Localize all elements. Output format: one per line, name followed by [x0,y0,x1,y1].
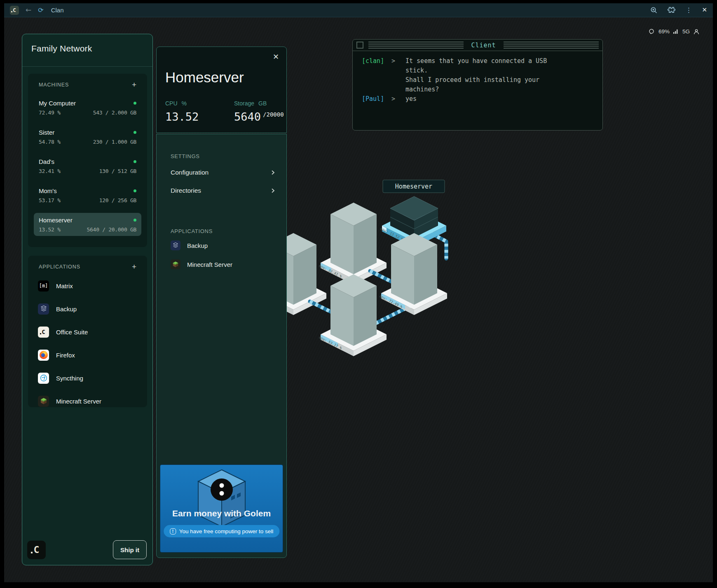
titlebar-box-icon[interactable] [356,42,363,49]
terminal-titlebar[interactable]: Client [353,40,602,51]
signal-bars-icon [673,29,679,34]
terminal-title: Client [469,42,498,49]
machine-item-homeserver[interactable]: Homeserver 13.52 % 5640 / 20.000 GB [34,213,141,236]
titlebar-stripes [368,42,464,49]
clan-logo: C [27,541,46,559]
terminal-output: [clan] > It seems that you have connecte… [353,51,602,104]
detail-title: Homeserver [165,69,244,86]
golem-ad-button[interactable]: ! You have free computing power to sell [164,525,279,537]
app-label: Minecraft Server [56,398,101,405]
terminal-text: yes [405,94,599,104]
page-title: Clan [51,7,64,14]
sidebar-title: Family Network [31,44,92,54]
app-item-syncthing[interactable]: Syncthing [34,370,141,386]
machine-storage: 543 / 2.000 GB [93,110,136,116]
machine-name: Mom's [39,187,57,194]
node-tooltip-label: Homeserver [395,183,432,190]
close-window-icon[interactable]: ✕ [702,7,707,13]
detail-app-label: Backup [187,242,208,249]
storage-value: 5640 [234,110,261,123]
ship-it-button[interactable]: Ship it [113,540,147,559]
machine-cpu: 13.52 % [39,226,61,233]
storage-label: Storage [234,100,254,107]
golem-ad-button-label: You have free computing power to sell [179,528,273,534]
app-label: Syncthing [56,375,83,382]
firefox-icon [38,350,49,361]
machine-storage: 5640 / 20.000 GB [87,226,136,233]
terminal-text: Shall I proceed with installing your [405,75,599,85]
machines-header: MACHINES [39,82,69,88]
clan-favicon: C [10,6,19,15]
cpu-unit: % [182,100,187,107]
online-status-dot [134,160,136,163]
back-icon[interactable]: ← [26,7,31,14]
online-status-dot [134,219,136,222]
divider [22,66,152,67]
golem-ad-banner[interactable]: Earn money with Golem ! You have free co… [160,464,283,553]
machine-cpu: 54.78 % [39,139,61,145]
detail-app-minecraft[interactable]: Minecraft Server [171,259,232,270]
add-machine-button[interactable]: + [132,82,136,88]
client-terminal-window: Client [clan] > It seems that you have c… [352,39,603,131]
detail-app-backup[interactable]: Backup [171,240,208,251]
machine-item-sister[interactable]: Sister 54.78 % 230 / 1.000 GB [34,125,141,148]
app-label: Firefox [56,352,75,359]
terminal-line: [clan] > It seems that you have connecte… [362,56,599,66]
machine-item-my-computer[interactable]: My Computer 72.49 % 543 / 2.000 GB [34,96,141,119]
configuration-label: Configuration [171,169,209,176]
machine-storage: 120 / 256 GB [99,197,136,203]
machine-storage: 230 / 1.000 GB [93,139,136,145]
online-status-dot [134,189,136,192]
backup-icon [38,303,49,315]
reload-icon[interactable]: ⟳ [38,7,43,14]
machine-item-dads[interactable]: Dad's 32.41 % 130 / 512 GB [34,154,141,177]
golem-ad-title: Earn money with Golem [160,509,283,518]
extensions-puzzle-icon[interactable] [668,6,675,14]
clan-logo-icon: C [13,7,16,13]
machine-cpu: 53.17 % [39,197,61,203]
directories-label: Directories [171,187,201,194]
machine-name: Sister [39,129,54,136]
online-status-dot [134,131,136,134]
desktop-window: C ← ⟳ Clan ⋮ ✕ [0,0,717,588]
terminal-line: [Paul] > yes [362,94,599,104]
machine-storage: 130 / 512 GB [99,168,136,174]
info-icon: ! [170,528,176,534]
storage-unit: GB [258,100,267,107]
machine-cpu: 32.41 % [39,168,61,174]
close-panel-icon[interactable]: ✕ [273,53,279,61]
terminal-line: machines? [362,85,599,94]
server-node-4[interactable]: cpu: 53.17 % [318,274,387,356]
app-item-minecraft-server[interactable]: Minecraft Server [34,393,141,409]
cpu-metric: CPU % 13.52 [165,100,199,123]
machine-cpu: 72.49 % [39,110,61,116]
network-label: 5G [682,28,690,35]
app-item-firefox[interactable]: Firefox [34,347,141,363]
speaker-paul: [Paul] [362,94,391,104]
clan-app: C ← ⟳ Clan ⋮ ✕ [4,3,713,582]
app-item-matrix[interactable]: [m] Matrix [34,278,141,294]
golem-server-illustration [191,467,253,528]
user-icon [694,29,699,35]
storage-total: /20000 [263,111,284,118]
machine-item-moms[interactable]: Mom's 53.17 % 120 / 256 GB [34,184,141,207]
server-node-3[interactable]: cpu: 72.49 % [379,233,447,315]
minecraft-icon [38,396,49,407]
chevron-right-icon [270,170,276,175]
terminal-text: stick. [405,66,599,75]
machine-detail-header: ✕ Homeserver CPU % 13.52 Storage GB 5640… [156,47,287,133]
configuration-row[interactable]: Configuration [171,168,276,177]
zoom-level-value: 69% [658,28,670,35]
directories-row[interactable]: Directories [171,186,276,195]
syncthing-icon [38,373,49,384]
zoom-in-icon[interactable] [650,7,658,14]
add-application-button[interactable]: + [132,264,136,270]
menu-kebab-icon[interactable]: ⋮ [685,7,692,14]
network-visualization: cpu: 13.52 % Homeserver cpu: 32.41 % [247,173,519,404]
family-network-sidebar: Family Network MACHINES + My Computer 72… [22,34,153,565]
app-item-backup[interactable]: Backup [34,301,141,317]
app-item-office-suite[interactable]: C Office Suite [34,324,141,340]
browser-bar: C ← ⟳ Clan ⋮ ✕ [4,3,713,17]
system-tray: 69% 5G [649,28,699,35]
online-status-dot [134,102,136,105]
